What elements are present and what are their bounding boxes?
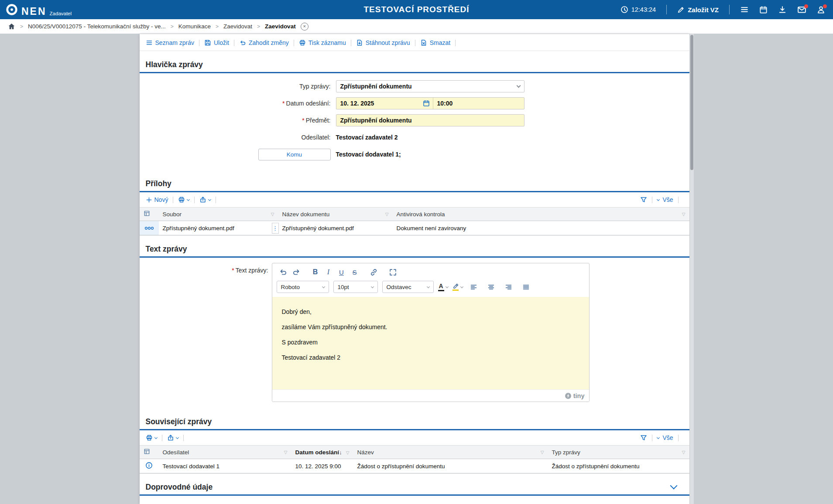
filter-triangle-icon[interactable]: ▽ [541, 450, 544, 455]
record-toolbar: Seznam zpráv Uložit Zahodit změny Tisk z… [140, 34, 689, 51]
align-left-button[interactable] [467, 280, 480, 293]
block-format-select[interactable]: Odstavec [382, 281, 434, 293]
filter-icon[interactable] [640, 434, 647, 441]
bold-button[interactable]: B [309, 266, 322, 279]
nen-logo[interactable]: NEN Zadavatel [5, 3, 72, 17]
align-right-button[interactable] [502, 280, 515, 293]
filter-triangle-icon[interactable]: ▽ [284, 450, 288, 455]
text-zpravy-label: Text zprávy: [236, 267, 268, 274]
action-zahodit-zmeny[interactable]: Zahodit změny [239, 39, 289, 46]
breadcrumb-item-komunikace[interactable]: Komunikace [178, 23, 211, 30]
editor-row: *Text zprávy: B I U S [140, 258, 689, 408]
filter-triangle-icon[interactable]: ▽ [271, 212, 274, 217]
align-justify-icon [522, 284, 530, 290]
menu-button[interactable] [740, 5, 749, 14]
text-color-button[interactable]: A [438, 283, 448, 291]
profile-button[interactable] [817, 6, 825, 14]
tiny-bolt-icon [565, 392, 572, 399]
attachment-row[interactable]: Zpřístupněný dokument.pdf ⋮ Zpřístupněný… [140, 221, 689, 235]
column-header-soubor[interactable]: Soubor▽ [159, 208, 278, 221]
grid-settings-header[interactable] [140, 208, 159, 221]
related-message-row[interactable]: Testovací dodavatel 1 10. 12. 2025 9:00 … [140, 459, 689, 473]
odesilatel-label: Odesílatel: [302, 134, 331, 141]
related-toolbar: Vše [140, 430, 689, 445]
export-grid-button[interactable] [167, 434, 178, 441]
messages-button[interactable] [797, 6, 806, 14]
sort-desc-icon[interactable]: ↓ [339, 449, 342, 456]
cas-odeslani-input[interactable]: 10:00 [433, 98, 524, 109]
home-button[interactable] [8, 23, 15, 30]
action-tisk-zaznamu[interactable]: Tisk záznamu [299, 39, 346, 46]
redo-button[interactable] [290, 266, 303, 279]
filter-triangle-icon[interactable]: ▽ [682, 212, 686, 217]
underline-button[interactable]: U [335, 266, 348, 279]
filter-triangle-icon[interactable]: ▽ [385, 212, 389, 217]
strikethrough-button[interactable]: S [348, 266, 361, 279]
row-menu-button[interactable]: ⋮ [272, 223, 279, 234]
filter-triangle-icon[interactable]: ▽ [346, 450, 350, 455]
action-ulozit[interactable]: Uložit [204, 39, 229, 46]
calendar-button[interactable] [759, 6, 768, 14]
fullscreen-button[interactable] [387, 266, 400, 279]
predmet-input[interactable]: Zpřístupnění dokumentu [336, 114, 524, 126]
text-color-swatch [438, 290, 444, 291]
komu-button[interactable]: Komu [258, 149, 331, 160]
datum-odeslani-input[interactable]: 10. 12. 2025 [336, 98, 433, 109]
align-center-button[interactable] [485, 280, 498, 293]
tinymce-logo[interactable]: tiny [565, 392, 585, 399]
row-detail-cell[interactable] [140, 459, 159, 473]
export-grid-button[interactable] [199, 196, 211, 203]
create-vz-button[interactable]: Založit VZ [677, 6, 719, 14]
download-icon [778, 5, 787, 14]
show-all-button[interactable]: Vše [662, 196, 673, 203]
scrollbar-thumb[interactable] [690, 35, 693, 170]
action-seznam-zprav[interactable]: Seznam zpráv [146, 39, 194, 46]
link-button[interactable] [367, 266, 381, 279]
top-bar: NEN Zadavatel TESTOVACÍ PROSTŘEDÍ 12:43:… [0, 0, 833, 19]
action-smazat[interactable]: Smazat [420, 39, 450, 46]
printer-icon [146, 434, 153, 441]
print-grid-button[interactable] [146, 434, 157, 441]
breadcrumb-item-zaevidovat[interactable]: Zaevidovat [223, 23, 252, 30]
editor-content[interactable]: Dobrý den, zasíláme Vám zpřístupněný dok… [272, 297, 589, 389]
font-family-select[interactable]: Roboto [277, 281, 329, 293]
column-header-odesilatel[interactable]: Odesílatel▽ [159, 446, 291, 459]
close-tab-button[interactable]: × [301, 23, 309, 31]
vertical-scrollbar[interactable] [689, 34, 694, 504]
print-grid-button[interactable] [178, 196, 189, 203]
section-message-text: Text zprávy *Text zprávy: B I U S [140, 241, 689, 408]
info-icon[interactable] [145, 462, 153, 469]
calendar-picker-icon[interactable] [423, 100, 430, 107]
italic-button[interactable]: I [322, 266, 335, 279]
chevron-down-icon [516, 83, 521, 88]
expand-section-icon[interactable] [670, 482, 677, 489]
divider [729, 5, 730, 14]
column-header-typ-zpravy[interactable]: Typ zprávy▽ [548, 446, 689, 459]
file-name[interactable]: Zpřístupněný dokument.pdf [163, 225, 234, 232]
divider [455, 40, 456, 46]
grid-settings-header[interactable] [140, 446, 159, 459]
column-label: Název [357, 449, 374, 456]
downloads-button[interactable] [778, 5, 787, 14]
row-handle[interactable] [140, 221, 159, 235]
action-label: Stáhnout zprávu [366, 39, 410, 46]
datum-odeslani-value: 10. 12. 2025 [340, 100, 374, 107]
section-accompanying-data: Doprovodné údaje [140, 479, 689, 496]
filter-icon[interactable] [640, 196, 647, 203]
undo-button[interactable] [277, 266, 290, 279]
column-header-datum-odeslani[interactable]: Datum odeslání↓▽ [291, 446, 353, 459]
show-all-button[interactable]: Vše [662, 434, 673, 441]
align-justify-button[interactable] [520, 280, 533, 293]
cell-soubor[interactable]: Zpřístupněný dokument.pdf ⋮ [159, 221, 278, 235]
new-attachment-button[interactable]: Nový [146, 196, 168, 203]
column-header-nazev[interactable]: Název▽ [353, 446, 548, 459]
cell-nazev-dokumentu[interactable]: Zpřístupněný dokument.pdf [278, 221, 393, 235]
action-stahnout-zpravu[interactable]: Stáhnout zprávu [356, 39, 410, 46]
font-size-select[interactable]: 10pt [333, 281, 378, 293]
typ-zpravy-select[interactable]: Zpřístupnění dokumentu [336, 80, 524, 92]
column-header-nazev-dokumentu[interactable]: Název dokumentu▽ [278, 208, 393, 221]
highlight-color-button[interactable] [452, 283, 463, 291]
breadcrumb-item-contract[interactable]: N006/25/V00012075 - Telekomunikační služ… [28, 23, 166, 30]
column-header-antivirova-kontrola[interactable]: Antivirová kontrola▽ [393, 208, 689, 221]
filter-triangle-icon[interactable]: ▽ [682, 450, 686, 455]
